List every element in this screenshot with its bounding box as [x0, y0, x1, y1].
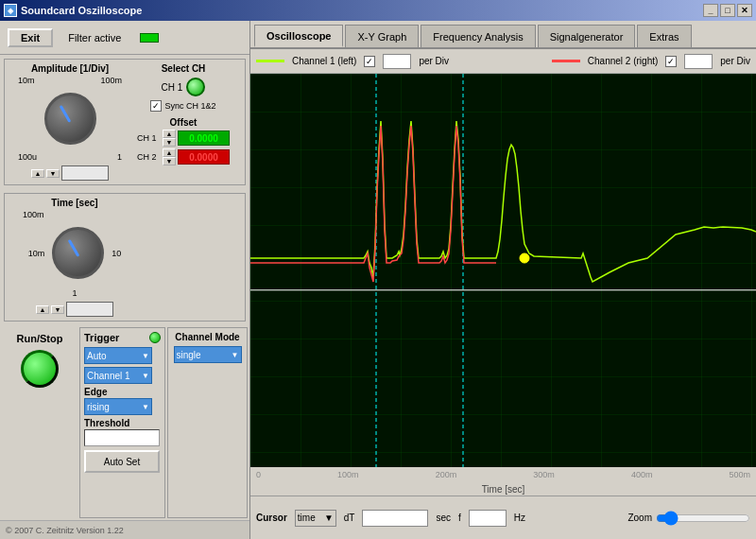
f-value-input[interactable]: 12 — [469, 510, 507, 527]
dt-label: dT — [344, 513, 355, 523]
dropdown-arrow-icon: ▼ — [142, 352, 149, 360]
app-icon: ◈ — [4, 4, 17, 17]
ch1-per-div-input[interactable]: 2m — [383, 54, 411, 69]
zoom-label: Zoom — [627, 513, 652, 523]
time-axis-label: Time [sec] — [250, 482, 756, 496]
trigger-title: Trigger — [84, 332, 119, 343]
time-section: Time [sec] 100m 10m 10 1 ▲ ▼ 500m — [4, 193, 246, 322]
time-value-input[interactable]: 500m — [66, 302, 113, 317]
channel-info-row: Channel 1 (left) ✓ 2m per Div Channel 2 … — [250, 49, 756, 74]
time-knob[interactable] — [52, 227, 104, 279]
threshold-input[interactable]: 0.01 — [84, 429, 160, 446]
exit-button[interactable]: Exit — [8, 28, 53, 47]
title-bar: ◈ Soundcard Oszilloscope _ □ ✕ — [0, 0, 756, 21]
tab-xy-graph[interactable]: X-Y Graph — [345, 25, 419, 47]
x-label-300m: 300m — [533, 470, 555, 479]
time-label-10m: 10m — [28, 249, 45, 258]
x-label-100m: 100m — [337, 470, 359, 479]
x-label-500m: 500m — [729, 470, 750, 479]
window-title: Soundcard Oszilloscope — [21, 5, 142, 16]
dropdown-arrow2-icon: ▼ — [142, 372, 149, 380]
right-panel: Oscilloscope X-Y Graph Frequency Analysi… — [250, 21, 756, 539]
copyright: © 2007 C. Zeitnitz Version 1.22 — [0, 520, 249, 539]
bottom-bar: Cursor time ▼ dT 83.333m sec f 12 Hz Zoo… — [250, 496, 756, 539]
run-stop-button[interactable] — [21, 350, 59, 388]
select-ch-title: Select CH — [162, 63, 206, 74]
edge-dropdown[interactable]: rising ▼ — [84, 398, 152, 415]
ch-mode-col: Channel Mode single ▼ — [167, 327, 248, 518]
filter-indicator — [140, 33, 159, 43]
select-ch-area: Select CH CH 1 ✓ Sync CH 1&2 Offset CH 1… — [137, 63, 230, 181]
tab-signalgenerator[interactable]: Signalgenerator — [538, 25, 636, 47]
x-label-0: 0 — [256, 470, 261, 479]
amplitude-knob[interactable] — [44, 93, 96, 145]
amp-scroll-up[interactable]: ▲ — [31, 169, 44, 178]
dropdown-arrow3-icon: ▼ — [142, 403, 149, 411]
trigger-led — [149, 332, 161, 343]
tab-extras[interactable]: Extras — [637, 25, 691, 47]
ch2-row-label: CH 2 — [137, 152, 161, 162]
filter-label: Filter active — [68, 32, 121, 43]
time-label-100m: 100m — [23, 210, 44, 219]
ch2-offset-scroll[interactable]: ▲ ▼ — [163, 148, 176, 165]
run-stop-col: Run/Stop — [2, 327, 77, 518]
trigger-col: Trigger Auto ▼ Channel 1 ▼ Edge rising ▼ — [79, 327, 165, 518]
amplitude-section: Amplitude [1/Div] 10m 100m 100u 1 ▲ ▼ 0.… — [4, 59, 246, 185]
ch1-led[interactable] — [186, 78, 205, 96]
ch1-per-div-label: per Div — [419, 56, 449, 66]
time-knob-area: Time [sec] 100m 10m 10 1 ▲ ▼ 500m — [9, 198, 141, 317]
ch1-info-label: Channel 1 (left) — [292, 56, 356, 66]
tabs-row: Oscilloscope X-Y Graph Frequency Analysi… — [250, 21, 756, 49]
left-panel: Exit Filter active Amplitude [1/Div] 10m… — [0, 21, 250, 539]
ch1-checkbox[interactable]: ✓ — [364, 56, 375, 67]
x-label-400m: 400m — [631, 470, 653, 479]
offset-section: Offset CH 1 ▲ ▼ 0.0000 CH 2 ▲ ▼ — [137, 117, 230, 165]
ch2-info-label: Channel 2 (right) — [588, 56, 658, 66]
svg-rect-2 — [250, 74, 756, 467]
amp-label-100m: 100m — [100, 76, 122, 85]
ch1-offset-scroll[interactable]: ▲ ▼ — [163, 130, 176, 147]
osc-display — [250, 74, 756, 467]
minimize-button[interactable]: _ — [703, 4, 718, 17]
time-scroll-up[interactable]: ▲ — [36, 305, 49, 314]
top-controls: Exit Filter active — [0, 21, 249, 55]
amp-label-1: 1 — [117, 152, 122, 162]
dt-value-input[interactable]: 83.333m — [362, 510, 428, 527]
dropdown-arrow4-icon: ▼ — [232, 351, 239, 359]
time-scroll-down[interactable]: ▼ — [51, 305, 64, 314]
time-label-10: 10 — [112, 249, 121, 258]
tab-frequency-analysis[interactable]: Frequency Analysis — [421, 25, 535, 47]
offset-title: Offset — [137, 117, 230, 128]
amplitude-value-input[interactable]: 0.002 — [61, 165, 109, 181]
ch1-color-indicator — [256, 60, 284, 62]
trigger-channel-dropdown[interactable]: Channel 1 ▼ — [84, 367, 152, 384]
x-axis-row: 0 100m 200m 300m 400m 500m — [250, 467, 756, 482]
time-label-1m: 1 — [72, 288, 77, 298]
ch2-per-div-label: per Div — [720, 56, 750, 66]
amp-scroll-down[interactable]: ▼ — [46, 169, 60, 178]
run-stop-title: Run/Stop — [17, 333, 63, 344]
cursor-dropdown-arrow-icon: ▼ — [324, 513, 334, 523]
sync-checkbox[interactable]: ✓ — [150, 100, 162, 112]
amp-label-10m: 10m — [18, 76, 35, 85]
close-button[interactable]: ✕ — [737, 4, 752, 17]
edge-label: Edge — [84, 387, 161, 397]
f-label: f — [458, 513, 461, 523]
bottom-area: Run/Stop Trigger Auto ▼ Channel 1 ▼ E — [0, 325, 249, 520]
trigger-mode-dropdown[interactable]: Auto ▼ — [84, 347, 152, 364]
maximize-button[interactable]: □ — [720, 4, 735, 17]
cursor-mode-dropdown[interactable]: time ▼ — [295, 510, 336, 527]
channel-mode-title: Channel Mode — [175, 332, 239, 342]
tab-oscilloscope[interactable]: Oscilloscope — [254, 25, 343, 47]
autoset-button[interactable]: Auto Set — [84, 450, 160, 473]
ch2-per-div-input[interactable]: 2m — [684, 54, 713, 69]
osc-svg — [250, 74, 756, 467]
ch2-checkbox[interactable]: ✓ — [665, 56, 677, 67]
x-label-200m: 200m — [436, 470, 457, 479]
channel-mode-dropdown[interactable]: single ▼ — [174, 346, 242, 363]
ch2-color-indicator — [552, 60, 580, 62]
zoom-slider[interactable] — [656, 511, 750, 526]
ch2-offset-value: 0.0000 — [178, 149, 230, 165]
ch1-offset-value: 0.0000 — [178, 130, 230, 146]
sync-label: Sync CH 1&2 — [164, 101, 215, 111]
